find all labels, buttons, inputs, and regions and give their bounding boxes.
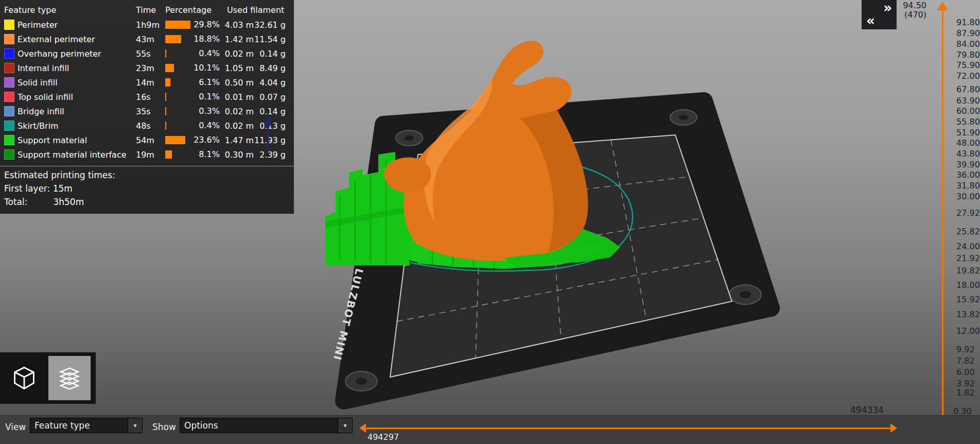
feature-time: 43m (136, 35, 165, 44)
feature-label: Top solid infill (18, 92, 136, 102)
filament-weight: 0.14 g (254, 49, 286, 59)
range-slider-right-handle[interactable] (890, 423, 897, 433)
legend-row: Perimeter1h9m29.8%4.03 m32.61 g (0, 18, 294, 32)
layer-slider-top-handle[interactable] (937, 2, 948, 10)
view-layers-button[interactable] (48, 356, 91, 400)
legend-rows: Perimeter1h9m29.8%4.03 m32.61 gExternal … (0, 18, 294, 162)
feature-color-swatch (4, 34, 14, 44)
percentage-bar (165, 136, 185, 144)
first-layer-label: First layer: (4, 183, 50, 194)
legend-row: Top solid infill16s0.1%0.01 m0.07 g (0, 90, 294, 104)
filament-length: 0.02 m (220, 107, 254, 116)
feature-color-swatch (4, 20, 14, 30)
layer-slider-top-value: 94.50 (903, 1, 926, 10)
feature-label: Skirt/Brim (18, 121, 136, 131)
filament-length: 1.05 m (220, 63, 254, 73)
feature-color-swatch (4, 135, 14, 145)
filament-weight: 0.13 g (254, 121, 286, 131)
feature-time: 54m (136, 135, 165, 145)
legend-row: Solid infill14m6.1%0.50 m4.04 g (0, 75, 294, 90)
header-used-filament: Used filament (227, 5, 298, 15)
percentage-value: 8.1% (199, 149, 220, 159)
percentage-value: 6.1% (199, 77, 220, 87)
feature-percentage: 0.4% (165, 118, 220, 133)
layers-icon (56, 364, 83, 392)
total-label: Total: (4, 195, 50, 209)
range-max-label: 494334 (850, 405, 884, 415)
first-layer-time: First layer: 15m (4, 182, 294, 195)
feature-percentage: 29.8% (165, 18, 220, 32)
filament-length: 0.02 m (220, 49, 254, 59)
feature-time: 19m (136, 150, 165, 160)
feature-label: Overhang perimeter (18, 49, 136, 59)
show-dropdown[interactable]: Options ▾ (180, 418, 353, 433)
feature-label: Internal infill (18, 63, 136, 73)
filament-length: 1.42 m (220, 35, 254, 44)
expand-icon[interactable]: » (883, 1, 892, 14)
total-time: Total: 3h50m (4, 195, 294, 209)
view-dropdown-value: Feature type (34, 420, 90, 431)
printing-times: Estimated printing times: First layer: 1… (0, 168, 294, 209)
feature-label: Bridge infill (18, 107, 136, 116)
view-label: View (5, 422, 26, 432)
percentage-value: 0.3% (199, 106, 220, 116)
percentage-bar (165, 35, 181, 43)
feature-color-swatch (4, 106, 14, 116)
feature-label: Solid infill (18, 78, 136, 88)
percentage-bar (165, 150, 172, 159)
legend-row: Bridge infill35s0.3%0.02 m0.14 g (0, 104, 294, 118)
view-3d-button[interactable] (3, 356, 45, 400)
horizontal-range-slider[interactable]: 494297 (359, 416, 897, 444)
percentage-value: 18.8% (194, 34, 220, 44)
legend-row: Support material interface19m8.1%0.30 m2… (0, 147, 294, 162)
range-slider-track[interactable] (365, 428, 891, 429)
legend-panel: Feature type Time Percentage Used filame… (0, 0, 294, 214)
legend-header: Feature type Time Percentage Used filame… (0, 2, 294, 18)
collapse-icon[interactable]: « (866, 14, 875, 27)
printing-times-title: Estimated printing times: (4, 168, 294, 182)
feature-color-swatch (4, 63, 14, 73)
feature-time: 48s (136, 121, 165, 131)
filament-weight: 0.07 g (254, 92, 286, 102)
feature-color-swatch (4, 92, 14, 102)
header-time: Time (136, 5, 165, 15)
percentage-value: 10.1% (194, 63, 220, 73)
percentage-bar (165, 49, 166, 58)
view-dropdown[interactable]: Feature type ▾ (30, 418, 143, 433)
legend-row: Overhang perimeter55s0.4%0.02 m0.14 g (0, 46, 294, 61)
percentage-bar (165, 64, 174, 72)
percentage-bar (165, 78, 170, 87)
percentage-value: 23.6% (194, 135, 220, 145)
feature-percentage: 18.8% (165, 32, 220, 46)
percentage-value: 0.1% (199, 92, 220, 101)
feature-time: 55s (136, 49, 165, 59)
header-percentage: Percentage (165, 5, 227, 15)
percentage-value: 29.8% (194, 20, 220, 29)
legend-row: Support material54m23.6%1.47 m11.93 g (0, 133, 294, 147)
filament-weight: 8.49 g (254, 63, 286, 73)
percentage-bar (165, 21, 190, 29)
feature-percentage: 0.1% (165, 90, 220, 104)
cube-icon (11, 365, 38, 391)
feature-time: 23m (136, 63, 165, 73)
panel-collapse-button[interactable]: » « (862, 0, 897, 29)
layer-slider-track[interactable] (942, 10, 943, 418)
feature-label: Perimeter (18, 20, 136, 30)
filament-length: 0.50 m (220, 78, 254, 88)
feature-label: External perimeter (18, 35, 136, 44)
legend-row: Skirt/Brim48s0.4%0.02 m0.13 g (0, 118, 294, 133)
percentage-value: 0.4% (199, 121, 220, 130)
layer-slider-top-count: (470) (904, 10, 926, 20)
feature-time: 1h9m (136, 20, 165, 30)
filament-weight: 4.04 g (254, 78, 286, 88)
chevron-down-icon[interactable]: ▾ (128, 418, 142, 433)
percentage-bar (165, 93, 166, 101)
bottom-bar: View Feature type ▾ Show Options ▾ 49429… (0, 415, 980, 444)
legend-row: External perimeter43m18.8%1.42 m11.54 g (0, 32, 294, 46)
legend-separator (0, 166, 294, 166)
feature-label: Support material interface (18, 150, 136, 160)
feature-percentage: 0.3% (165, 104, 220, 118)
chevron-down-icon[interactable]: ▾ (338, 418, 352, 433)
filament-weight: 0.14 g (254, 107, 286, 116)
filament-weight: 11.93 g (254, 135, 286, 145)
